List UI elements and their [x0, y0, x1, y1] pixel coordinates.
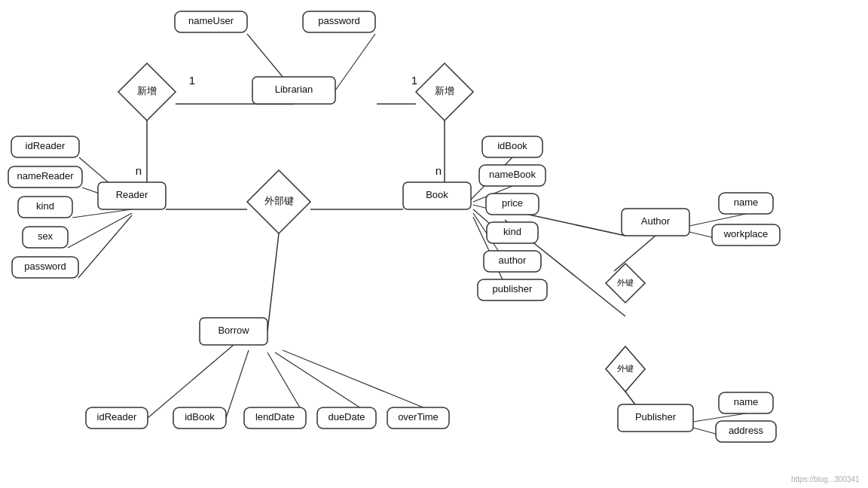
watermark: https://blog...300341 [791, 475, 860, 483]
attr-publisher-book-label: publisher [493, 283, 533, 294]
attr-lenddate-label: lendDate [255, 411, 295, 422]
svg-line-11 [72, 209, 132, 218]
attr-borrow-idreader-label: idReader [97, 411, 137, 422]
publisher-label: Publisher [635, 411, 677, 422]
cardinal-1-left: 1 [189, 74, 195, 87]
waijian-publisher-label: 外键 [617, 364, 634, 373]
svg-line-21 [226, 350, 249, 418]
book-label: Book [426, 189, 448, 200]
attr-password-reader-label: password [24, 261, 66, 272]
attr-idreader-label: idReader [26, 140, 66, 151]
attr-namebook-label: nameBook [489, 169, 536, 180]
attr-address-label: address [729, 425, 764, 436]
attr-namereader-label: nameReader [17, 170, 74, 181]
attr-idbook-label: idBook [497, 140, 527, 151]
waibujian-label: 外部键 [264, 195, 294, 206]
er-diagram: 新增 新增 外部键 外键 外键 Librarian Reader Book Bo… [0, 0, 868, 488]
cardinal-n-left: n [136, 164, 142, 177]
attr-author-name-label: name [734, 197, 759, 208]
svg-line-5 [335, 34, 375, 90]
librarian-label: Librarian [275, 84, 313, 95]
svg-line-13 [78, 215, 132, 278]
attr-workplace-label: workplace [723, 228, 769, 239]
attr-author-book-label: author [499, 255, 527, 266]
waijian-author-label: 外键 [617, 278, 634, 287]
xinzeng2-label: 新增 [435, 85, 454, 96]
attr-overtime-label: overTime [398, 411, 439, 422]
attr-kind-reader-label: kind [36, 200, 54, 212]
svg-line-12 [68, 213, 132, 248]
attr-publisher-name-label: name [734, 396, 759, 407]
attr-borrow-idbook-label: idBook [185, 411, 215, 422]
attr-price-label: price [502, 197, 523, 209]
attr-nameuser-label: nameUser [188, 15, 234, 26]
reader-label: Reader [116, 189, 148, 200]
attr-duedate-label: dueDate [328, 411, 365, 422]
author-label: Author [641, 215, 671, 227]
cardinal-n-right: n [436, 164, 442, 177]
cardinal-1-right: 1 [411, 74, 417, 87]
attr-sex-label: sex [38, 230, 53, 242]
svg-line-26 [614, 236, 656, 271]
svg-line-8 [267, 233, 279, 331]
xinzeng1-label: 新增 [137, 85, 157, 96]
borrow-label: Borrow [218, 325, 249, 336]
attr-kind-book-label: kind [503, 226, 521, 237]
attr-password-lib-label: password [318, 15, 360, 26]
